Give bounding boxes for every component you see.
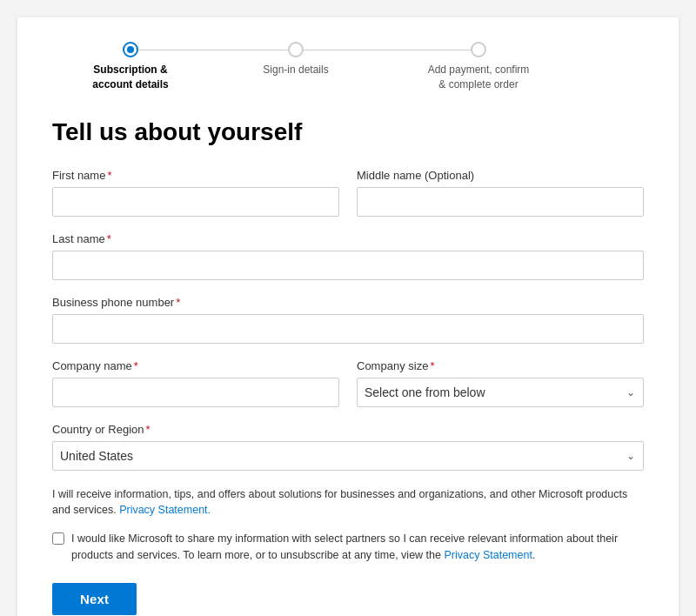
middle-name-input[interactable]: [357, 187, 644, 217]
checkbox-label: I would like Microsoft to share my infor…: [71, 531, 644, 564]
page-title: Tell us about yourself: [52, 118, 644, 146]
company-size-select[interactable]: Select one from below 1-9 employees 10-4…: [357, 378, 644, 407]
step-label-2: Sign-in details: [263, 63, 328, 77]
privacy-statement-link-2[interactable]: Privacy Statement: [444, 549, 532, 561]
next-button[interactable]: Next: [52, 583, 137, 615]
first-name-label: First name*: [52, 169, 339, 182]
company-size-group: Company size* Select one from below 1-9 …: [357, 359, 644, 407]
phone-group: Business phone number*: [52, 296, 644, 344]
partner-share-checkbox[interactable]: [52, 532, 64, 545]
last-name-group: Last name*: [52, 232, 644, 280]
company-name-input[interactable]: [52, 378, 339, 407]
company-row: Company name* Company size* Select one f…: [52, 359, 644, 407]
country-row: Country or Region* United States Canada …: [52, 423, 644, 471]
stepper: Subscription &account details Sign-in de…: [52, 42, 644, 92]
last-name-label: Last name*: [52, 232, 644, 245]
company-size-label: Company size*: [357, 359, 644, 372]
phone-input[interactable]: [52, 314, 644, 344]
middle-name-label: Middle name (Optional): [357, 169, 644, 182]
step-circle-3: [471, 42, 486, 57]
country-label: Country or Region*: [52, 423, 644, 436]
phone-row: Business phone number*: [52, 296, 644, 344]
last-name-row: Last name*: [52, 232, 644, 280]
name-row: First name* Middle name (Optional): [52, 169, 644, 217]
step-circle-2: [288, 42, 304, 57]
last-name-input[interactable]: [52, 251, 644, 280]
company-size-wrapper: Select one from below 1-9 employees 10-4…: [357, 378, 644, 407]
company-name-group: Company name*: [52, 359, 339, 407]
step-1: Subscription &account details: [52, 42, 209, 92]
first-name-group: First name*: [52, 169, 339, 217]
step-label-1: Subscription &account details: [92, 63, 168, 92]
country-select[interactable]: United States Canada United Kingdom Aust…: [52, 441, 644, 471]
step-label-3: Add payment, confirm& complete order: [428, 63, 530, 92]
first-name-input[interactable]: [52, 187, 339, 217]
country-group: Country or Region* United States Canada …: [52, 423, 644, 471]
main-card: Subscription &account details Sign-in de…: [17, 17, 679, 616]
step-3: Add payment, confirm& complete order: [383, 42, 574, 92]
step-2: Sign-in details: [209, 42, 383, 77]
country-wrapper: United States Canada United Kingdom Aust…: [52, 441, 644, 471]
privacy-statement-link-1[interactable]: Privacy Statement.: [119, 504, 211, 516]
step-circle-1: [123, 42, 138, 57]
phone-label: Business phone number*: [52, 296, 644, 309]
middle-name-group: Middle name (Optional): [357, 169, 644, 217]
checkbox-row: I would like Microsoft to share my infor…: [52, 531, 644, 564]
privacy-info-text: I will receive information, tips, and of…: [52, 486, 644, 519]
company-name-label: Company name*: [52, 359, 339, 372]
